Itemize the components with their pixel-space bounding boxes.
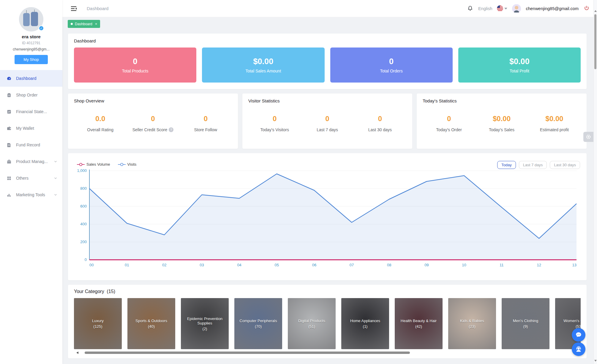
us-flag-icon [497,5,503,12]
legend-label: Sales Volume [86,162,110,167]
range-button-today[interactable]: Today [497,161,516,169]
main-content: Dashboard 0 Total Products $0.00 Total S… [68,34,587,358]
marketing-icon [7,192,12,197]
sidebar-item-my-wallet[interactable]: My Wallet [0,120,62,137]
category-card[interactable]: Computer Peripherals(70) [234,298,282,349]
metric-last-30-days: 0 Last 30 days [354,115,406,132]
sidebar-item-label: Dashboard [16,76,62,81]
language-label[interactable]: English [478,6,492,11]
stat-label: Total Profit [510,69,529,73]
legend-label: Visits [127,162,137,167]
chevron-down-icon [53,176,58,180]
stat-label: Total Orders [380,69,403,73]
category-card[interactable]: Digital Products(51) [288,298,336,349]
category-title: Your Category (15) [74,289,581,294]
category-name: Women's Clothing [562,319,581,323]
sidebar-item-others[interactable]: Others [0,170,62,186]
category-count: (2) [203,327,207,331]
active-tab-dot-icon [71,23,73,25]
help-icon[interactable]: ? [169,127,173,132]
category-card[interactable]: Sports & Outdoors(40) [127,298,175,349]
collapse-menu-icon[interactable] [70,5,77,12]
svg-text:09: 09 [424,263,429,267]
range-button-last-7-days[interactable]: Last 7 days [519,161,547,169]
metric-label: Overall Rating [87,127,113,132]
scroll-down-arrow-icon[interactable] [594,360,597,362]
category-card[interactable]: Kids & Babies(23) [448,298,496,349]
category-count: (23) [469,324,476,329]
section-title: Shop Overview [74,98,232,103]
scroll-left-arrow-icon[interactable] [76,352,78,354]
stat-card-total-profit: $0.00 Total Profit [458,48,581,83]
scroll-up-arrow-icon[interactable] [594,10,597,12]
metric-value: 0.0 [74,115,127,123]
svg-text:01: 01 [125,263,129,267]
sidebar-item-product-management[interactable]: Product Manag... [0,153,62,170]
sidebar-item-dashboard[interactable]: Dashboard [0,70,62,87]
vertical-scrollbar[interactable] [593,0,597,364]
category-name: Home Appliances [348,319,382,323]
metric-value: 0 [248,115,301,123]
store-name: era store [0,34,62,39]
chevron-down-icon [53,159,58,164]
store-profile: ✓ era store ID 4012791 chenwenjing85@gm.… [0,0,62,64]
category-name: Men's Clothing [511,319,540,323]
stat-card-total-sales: $0.00 Total Sales Amount [202,48,324,83]
category-name: Computer Peripherals [238,319,279,323]
metric-last-7-days: 0 Last 7 days [301,115,353,132]
category-card[interactable]: Epidemic Prevention Supplies(2) [181,298,229,349]
sidebar-item-financial-statement[interactable]: Financial State... [0,103,62,120]
metric-label: Seller Credit Score ? [132,127,174,132]
horizontal-scrollbar-thumb[interactable] [85,352,410,354]
category-count: (125) [93,324,102,329]
category-name: Luxury [90,319,105,323]
category-count-total: (15) [107,289,115,294]
category-scrollbar [74,351,581,354]
sidebar-item-marketing-tools[interactable]: Marketing Tools [0,186,62,203]
verified-badge-icon: ✓ [39,26,44,31]
sales-visits-line-chart: 02004006008001,0000001020304050607080910… [74,167,581,270]
sidebar-item-label: Others [16,176,53,181]
my-shop-button[interactable]: My Shop [15,55,48,64]
stat-label: Total Products [122,69,149,73]
range-button-last-30-days[interactable]: Last 30 days [550,161,580,169]
legend-visits[interactable]: Visits [118,162,137,167]
category-card[interactable]: Luxury(125) [74,298,122,349]
sidebar-item-label: Marketing Tools [16,192,53,197]
language-selector[interactable] [497,5,507,12]
legend-marker-icon [118,163,126,166]
svg-text:600: 600 [80,204,87,208]
tab-dashboard[interactable]: Dashboard × [68,20,100,28]
svg-text:800: 800 [80,186,87,191]
vertical-scrollbar-thumb[interactable] [594,14,596,69]
theme-settings-handle[interactable] [583,132,593,142]
category-card[interactable]: Home Appliances(1) [341,298,389,349]
category-name: Health Beauty & Hair [399,319,438,323]
chat-bubble-icon [575,331,582,339]
customer-support-button[interactable] [572,342,585,356]
logout-power-icon[interactable] [583,5,590,12]
legend-sales-volume[interactable]: Sales Volume [77,162,110,167]
chat-button[interactable] [572,328,585,342]
category-card[interactable]: Health Beauty & Hair(42) [395,298,443,349]
user-email[interactable]: chenwenjing85@gmail.com [526,6,579,11]
stat-label: Total Sales Amount [245,69,281,73]
chart-range-buttons: Today Last 7 days Last 30 days [497,161,580,169]
gear-icon [585,134,592,140]
user-avatar[interactable] [512,4,521,13]
metric-value: $0.00 [528,115,581,123]
svg-text:10: 10 [462,263,466,267]
notifications-bell-icon[interactable] [467,5,473,12]
metric-label: Today's Order [436,127,462,132]
metric-label: Last 30 days [368,127,392,132]
stat-value: $0.00 [509,57,530,66]
category-card[interactable]: Men's Clothing(9) [502,298,549,349]
svg-text:07: 07 [350,263,354,267]
sidebar-nav: Dashboard Shop Order Financial State... … [0,70,62,203]
close-icon[interactable]: × [95,22,97,26]
svg-text:11: 11 [500,263,504,267]
sidebar-item-shop-order[interactable]: Shop Order [0,87,62,103]
sidebar-item-fund-record[interactable]: Fund Record [0,137,62,153]
legend-marker-icon [77,163,85,166]
store-email: chenwenjing85@gm... [0,47,62,51]
